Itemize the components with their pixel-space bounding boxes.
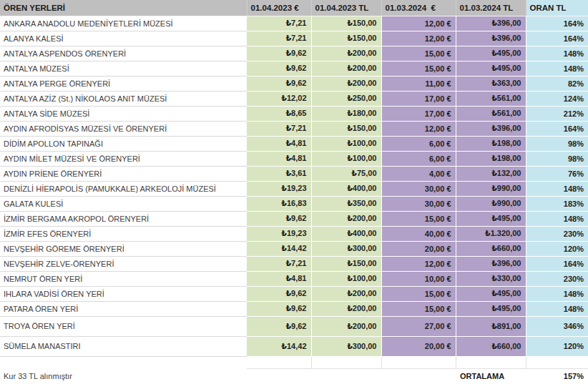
empty-cell[interactable] <box>311 368 381 384</box>
site-name-cell[interactable]: ANKARA ANADOLU MEDENİYETLERİ MÜZESİ <box>0 16 247 31</box>
price-2024-eur-cell[interactable]: 30,00 € <box>381 196 456 211</box>
site-name-cell[interactable]: NEVŞEHİR GÖREME ÖRENYERİ <box>0 241 247 256</box>
empty-cell[interactable] <box>456 356 526 368</box>
column-header-2023-tl[interactable]: 01.04.2023 TL <box>311 0 381 16</box>
site-name-cell[interactable]: İZMİR BERGAMA AKROPOL ÖRENYERİ <box>0 211 247 226</box>
site-name-cell[interactable]: TROYA ÖREN YERİ <box>0 316 247 336</box>
price-2024-tl-cell[interactable]: ₺363,00 <box>456 76 526 91</box>
price-2024-eur-cell[interactable]: 27,00 € <box>381 316 456 336</box>
site-name-cell[interactable]: GALATA KULESİ <box>0 196 247 211</box>
price-2024-tl-cell[interactable]: ₺396,00 <box>456 256 526 271</box>
price-2023-eur-cell[interactable]: ₺9,62 <box>247 301 311 316</box>
price-2023-tl-cell[interactable]: ₺400,00 <box>311 226 381 241</box>
price-2023-tl-cell[interactable]: ₺150,00 <box>311 121 381 136</box>
price-2023-tl-cell[interactable]: ₺200,00 <box>311 211 381 226</box>
price-2023-eur-cell[interactable]: ₺9,62 <box>247 316 311 336</box>
price-2023-eur-cell[interactable]: ₺14,42 <box>247 336 311 356</box>
price-2024-eur-cell[interactable]: 17,00 € <box>381 91 456 106</box>
price-2023-eur-cell[interactable]: ₺8,65 <box>247 106 311 121</box>
price-2024-tl-cell[interactable]: ₺891,00 <box>456 316 526 336</box>
price-2023-tl-cell[interactable]: ₺200,00 <box>311 76 381 91</box>
increase-rate-cell[interactable]: 164% <box>526 256 588 271</box>
price-2024-eur-cell[interactable]: 10,00 € <box>381 271 456 286</box>
price-2024-eur-cell[interactable]: 6,00 € <box>381 151 456 166</box>
price-2023-eur-cell[interactable]: ₺7,21 <box>247 256 311 271</box>
price-2024-tl-cell[interactable]: ₺561,00 <box>456 106 526 121</box>
price-2023-tl-cell[interactable]: ₺350,00 <box>311 196 381 211</box>
price-2023-eur-cell[interactable]: ₺9,62 <box>247 76 311 91</box>
increase-rate-cell[interactable]: 124% <box>526 91 588 106</box>
price-2024-tl-cell[interactable]: ₺1.320,00 <box>456 226 526 241</box>
empty-cell[interactable] <box>526 356 588 368</box>
empty-cell[interactable] <box>311 356 381 368</box>
increase-rate-cell[interactable]: 183% <box>526 196 588 211</box>
increase-rate-cell[interactable]: 98% <box>526 151 588 166</box>
price-2024-tl-cell[interactable]: ₺396,00 <box>456 121 526 136</box>
price-2024-eur-cell[interactable]: 12,00 € <box>381 256 456 271</box>
increase-rate-cell[interactable]: 148% <box>526 181 588 196</box>
price-2023-eur-cell[interactable]: ₺7,21 <box>247 31 311 46</box>
site-name-cell[interactable]: ANTALYA PERGE ÖRENYERİ <box>0 76 247 91</box>
increase-rate-cell[interactable]: 148% <box>526 286 588 301</box>
site-name-cell[interactable]: IHLARA VADİSİ ÖREN YERİ <box>0 286 247 301</box>
increase-rate-cell[interactable]: 148% <box>526 211 588 226</box>
column-header-2024-eur[interactable]: 01.03.2024 € <box>381 0 456 16</box>
increase-rate-cell[interactable]: 164% <box>526 16 588 31</box>
price-2024-tl-cell[interactable]: ₺561,00 <box>456 91 526 106</box>
site-name-cell[interactable]: AYDIN MİLET MÜZESİ VE ÖRENYERİ <box>0 151 247 166</box>
site-name-cell[interactable]: ANTALYA ASPENDOS ÖRENYERİ <box>0 46 247 61</box>
site-name-cell[interactable]: İZMİR EFES ÖRENYERİ <box>0 226 247 241</box>
site-name-cell[interactable]: AYDIN AFRODİSYAS MÜZESİ VE ÖRENYERİ <box>0 121 247 136</box>
price-2023-eur-cell[interactable]: ₺9,62 <box>247 211 311 226</box>
site-name-cell[interactable]: ANTALYA SİDE MÜZESİ <box>0 106 247 121</box>
increase-rate-cell[interactable]: 148% <box>526 61 588 76</box>
site-name-cell[interactable]: DENİZLİ HİERAPOLİS (PAMUKKALE) ARKEOLOJİ… <box>0 181 247 196</box>
price-2023-tl-cell[interactable]: ₺300,00 <box>311 336 381 356</box>
price-2023-tl-cell[interactable]: ₺200,00 <box>311 46 381 61</box>
price-2024-tl-cell[interactable]: ₺660,00 <box>456 241 526 256</box>
column-header-2023-eur[interactable]: 01.04.2023 € <box>247 0 311 16</box>
increase-rate-cell[interactable]: 120% <box>526 336 588 356</box>
price-2023-eur-cell[interactable]: ₺4,81 <box>247 151 311 166</box>
price-2023-eur-cell[interactable]: ₺9,62 <box>247 61 311 76</box>
price-2024-tl-cell[interactable]: ₺198,00 <box>456 136 526 151</box>
empty-cell[interactable] <box>247 368 311 384</box>
price-2024-eur-cell[interactable]: 11,00 € <box>381 76 456 91</box>
price-2023-eur-cell[interactable]: ₺7,21 <box>247 121 311 136</box>
price-2024-eur-cell[interactable]: 12,00 € <box>381 31 456 46</box>
price-2023-eur-cell[interactable]: ₺9,62 <box>247 286 311 301</box>
site-name-cell[interactable]: NEMRUT ÖREN YERİ <box>0 271 247 286</box>
price-2024-tl-cell[interactable]: ₺990,00 <box>456 196 526 211</box>
price-2023-tl-cell[interactable]: ₺400,00 <box>311 181 381 196</box>
price-2024-tl-cell[interactable]: ₺495,00 <box>456 301 526 316</box>
increase-rate-cell[interactable]: 230% <box>526 271 588 286</box>
price-2023-tl-cell[interactable]: ₺100,00 <box>311 151 381 166</box>
price-2024-tl-cell[interactable]: ₺330,00 <box>456 271 526 286</box>
price-2023-eur-cell[interactable]: ₺14,42 <box>247 241 311 256</box>
column-header-2024-tl[interactable]: 01.03.2024 TL <box>456 0 526 16</box>
price-2024-tl-cell[interactable]: ₺990,00 <box>456 181 526 196</box>
increase-rate-cell[interactable]: 148% <box>526 46 588 61</box>
price-2024-eur-cell[interactable]: 15,00 € <box>381 286 456 301</box>
price-2023-tl-cell[interactable]: ₺100,00 <box>311 136 381 151</box>
price-2023-tl-cell[interactable]: ₺150,00 <box>311 31 381 46</box>
price-2023-eur-cell[interactable]: ₺16,83 <box>247 196 311 211</box>
site-name-cell[interactable]: DİDİM APOLLON TAPINAĞI <box>0 136 247 151</box>
price-2023-tl-cell[interactable]: ₺200,00 <box>311 301 381 316</box>
price-2024-tl-cell[interactable]: ₺495,00 <box>456 211 526 226</box>
price-2024-eur-cell[interactable]: 12,00 € <box>381 16 456 31</box>
price-2024-eur-cell[interactable]: 12,00 € <box>381 121 456 136</box>
site-name-cell[interactable]: ANTALYA AZİZ (St.) NİKOLAOS ANIT MÜZESİ <box>0 91 247 106</box>
site-name-cell[interactable]: PATARA ÖREN YERİ <box>0 301 247 316</box>
price-2023-eur-cell[interactable]: ₺19,23 <box>247 181 311 196</box>
price-2024-tl-cell[interactable]: ₺198,00 <box>456 151 526 166</box>
price-2023-tl-cell[interactable]: ₺150,00 <box>311 256 381 271</box>
increase-rate-cell[interactable]: 230% <box>526 226 588 241</box>
price-2024-eur-cell[interactable]: 40,00 € <box>381 226 456 241</box>
increase-rate-cell[interactable]: 346% <box>526 316 588 336</box>
price-2024-tl-cell[interactable]: ₺495,00 <box>456 46 526 61</box>
price-2024-eur-cell[interactable]: 30,00 € <box>381 181 456 196</box>
price-2024-eur-cell[interactable]: 15,00 € <box>381 211 456 226</box>
price-2023-eur-cell[interactable]: ₺3,61 <box>247 166 311 181</box>
increase-rate-cell[interactable]: 164% <box>526 121 588 136</box>
